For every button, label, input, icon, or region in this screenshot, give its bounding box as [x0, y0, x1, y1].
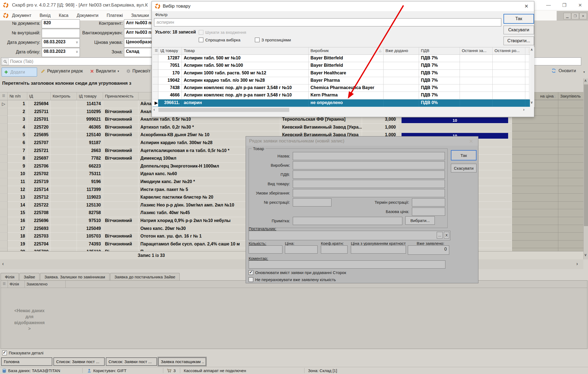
more-columns-icon[interactable]: ⋮: [525, 47, 529, 54]
simple-select-checkbox[interactable]: Спрощена вибірка: [199, 38, 240, 42]
claimed-field[interactable]: 0: [408, 245, 449, 255]
product-row[interactable]: 7438 Аспирин комплекс пор. д/п р-ра паке…: [153, 84, 530, 92]
close-icon[interactable]: ✕: [572, 0, 588, 10]
storage-field[interactable]: [293, 189, 445, 197]
refresh-dropdown-icon[interactable]: ▾: [583, 70, 585, 74]
supplier-browse-button[interactable]: ...: [437, 232, 443, 239]
col-added[interactable]: Вже додано: [384, 47, 419, 54]
close-icon[interactable]: ✕: [521, 2, 532, 10]
menu-item[interactable]: Документ: [12, 10, 31, 21]
edit-row-button[interactable]: Редагувати рядок: [41, 69, 83, 74]
dialog-vertical-scrollbar[interactable]: ∧ ∨: [530, 47, 534, 107]
mdi-minimize-icon[interactable]: ▁: [563, 13, 571, 19]
reg-term-field[interactable]: [412, 198, 445, 206]
scroll-down-icon[interactable]: ∨: [584, 253, 587, 257]
add-button[interactable]: Додати: [2, 68, 37, 77]
col-last-2[interactable]: Остання ро...: [493, 47, 525, 54]
mdi-restore-icon[interactable]: ❐: [571, 13, 579, 19]
scroll-right-icon[interactable]: ›: [523, 107, 524, 112]
product-row[interactable]: 19042 Аспирин кардио табл. п/о 300 мг №2…: [153, 77, 530, 84]
manufacturer-field[interactable]: [293, 161, 445, 169]
product-row[interactable]: 4666 Аспирин комплекс пор. д/п р-ра паке…: [153, 92, 530, 99]
scrollbar-thumb[interactable]: [584, 84, 588, 226]
vat-field[interactable]: [293, 171, 445, 179]
bottom-tab[interactable]: Заявка до постачальника Зайве: [110, 273, 180, 281]
dialog-title-bar[interactable]: Вибір товару ✕: [152, 1, 534, 11]
show-details-checkbox[interactable]: Показувати деталі: [2, 351, 43, 355]
grid-header[interactable]: Приналежність: [103, 92, 138, 100]
delete-button[interactable]: Видалити ▾: [90, 69, 119, 74]
refresh-icon: [551, 68, 556, 73]
name-field[interactable]: [293, 152, 445, 160]
supplier-clear-button[interactable]: X: [444, 232, 449, 239]
ordered-column-header[interactable]: Замовлено: [25, 281, 66, 288]
bottom-tab[interactable]: Зайве: [19, 273, 40, 281]
comment-field[interactable]: [249, 260, 445, 269]
ok-button[interactable]: Так: [451, 150, 477, 160]
restore-icon[interactable]: ❐: [556, 0, 572, 10]
with-proposals-checkbox[interactable]: З пропозиціями: [255, 38, 291, 42]
base-price-field[interactable]: [412, 208, 445, 216]
price-mult-field[interactable]: [351, 245, 406, 254]
refresh-button[interactable]: Оновити: [551, 68, 576, 73]
column-chooser-icon[interactable]: ≣: [153, 47, 158, 54]
total-records: Усього: 18 записей: [155, 30, 196, 35]
close-icon[interactable]: ✕: [466, 138, 477, 145]
update-request-checkbox[interactable]: Оновлювати вміст заявки при додаванні Ст…: [249, 270, 346, 275]
qty-label: Кількість:: [249, 241, 281, 246]
assign-button[interactable]: Присвоїт: [126, 69, 150, 74]
scroll-up-icon[interactable]: ∧: [530, 48, 533, 51]
menu-item[interactable]: Платежі: [107, 10, 123, 21]
qty-field[interactable]: [249, 245, 282, 254]
kind-field[interactable]: [293, 180, 445, 188]
supplier-field[interactable]: [249, 231, 450, 240]
product-row[interactable]: 7051 Аспирин табл. 500 мг №100 Bayer Bit…: [153, 62, 530, 69]
price-field[interactable]: [285, 245, 318, 254]
scroll-left-icon[interactable]: ‹: [153, 107, 155, 112]
coef-field[interactable]: [321, 245, 348, 254]
dialog-horizontal-scrollbar[interactable]: ‹ ›: [153, 108, 529, 112]
wintab-supplier-request[interactable]: Заявка поставщикам ..: [158, 357, 206, 366]
create-button[interactable]: Створити...: [503, 37, 534, 45]
table-row[interactable]: 4 225720 46365 Вітчизняний Артихол табл.…: [0, 124, 588, 132]
grid-header[interactable]: ІД товару: [77, 92, 103, 100]
col-manufacturer[interactable]: △Виробник: [309, 47, 384, 54]
cancel-button[interactable]: Скасувати: [503, 26, 534, 34]
wintab-list-1[interactable]: Список: Заявки пост ...: [53, 357, 105, 366]
grid-header[interactable]: Контроль: [51, 92, 77, 100]
vat-label: ПДВ:: [249, 172, 290, 177]
bottom-tab[interactable]: Філія: [1, 273, 19, 281]
bottom-tab[interactable]: Заявка. Залишки по замінникам: [40, 273, 110, 281]
column-chooser-icon[interactable]: ≣: [0, 92, 8, 100]
filter-input[interactable]: [154, 18, 501, 26]
wintab-main[interactable]: Головна: [1, 357, 52, 366]
choose-button[interactable]: Вибрати...: [405, 216, 435, 225]
product-row[interactable]: 17287 Аспирин табл. 500 мг №10 Bayer Bit…: [153, 55, 530, 62]
grid-header[interactable]: ІД: [27, 92, 51, 100]
minimize-icon[interactable]: —: [541, 0, 556, 10]
scroll-right-icon[interactable]: ›: [576, 261, 578, 267]
col-vat[interactable]: ПДВ: [419, 47, 460, 54]
scroll-left-icon[interactable]: ‹: [2, 261, 4, 267]
grid-vertical-scrollbar[interactable]: ∧ ∨: [583, 78, 588, 259]
note-field[interactable]: [293, 217, 402, 225]
wintab-list-2[interactable]: Список: Заявки пост ...: [106, 357, 157, 366]
col-last-1[interactable]: Остання за...: [460, 47, 493, 54]
dialog-title-bar[interactable]: Рядок заявки постачальникам (новий запис…: [246, 136, 478, 146]
grid-header[interactable]: № п/п: [8, 92, 27, 100]
col-name[interactable]: Товар: [182, 47, 309, 54]
no-recalc-checkbox[interactable]: Не перераховувати вже заявлену кількість: [249, 277, 336, 282]
col-id[interactable]: ІД товару: [158, 47, 182, 54]
ok-button[interactable]: Так: [503, 14, 534, 24]
scrollbar-thumb[interactable]: [158, 108, 289, 112]
scroll-down-icon[interactable]: ∨: [530, 101, 533, 104]
menu-item[interactable]: Документи: [77, 10, 98, 21]
scroll-up-icon[interactable]: ∧: [584, 78, 587, 83]
reg-number-field[interactable]: [293, 198, 331, 206]
column-chooser-icon[interactable]: ≣: [1, 281, 8, 288]
product-row[interactable]: 170 Аспирин 1000 табл. раств. 500 мг №12…: [153, 70, 530, 77]
mdi-close-icon[interactable]: ✕: [579, 13, 587, 19]
product-row[interactable]: ▶ 396611. аспирин не определено ПДВ 0%: [153, 99, 530, 107]
branch-column-header[interactable]: Філія: [8, 281, 25, 288]
cancel-button[interactable]: Скасувати: [451, 164, 477, 172]
